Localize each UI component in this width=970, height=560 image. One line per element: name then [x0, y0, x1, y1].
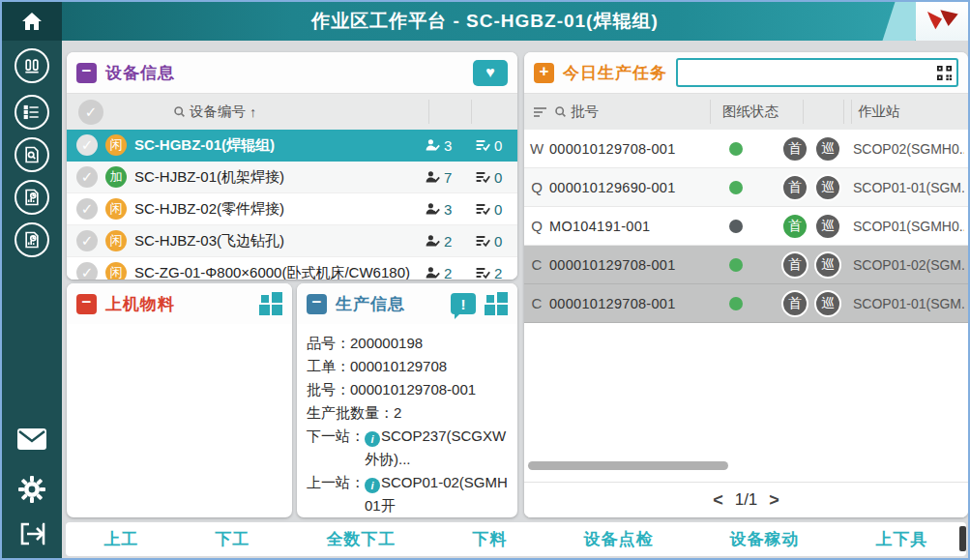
- info-icon[interactable]: [365, 478, 380, 493]
- toolbar-button-end-work[interactable]: 下工: [216, 528, 250, 550]
- equipment-row[interactable]: 闲 SC-HGBZ-01(焊辊组) 3 0: [67, 130, 517, 162]
- qr-scan-icon[interactable]: [936, 65, 953, 81]
- task-type: W: [524, 140, 549, 157]
- equipment-code-column[interactable]: 设备编号↑: [173, 103, 256, 121]
- first-inspect-badge[interactable]: 首: [781, 290, 808, 317]
- equipment-name: SC-HGBZ-01(焊辊组): [134, 136, 417, 155]
- report-icon-2[interactable]: [15, 222, 49, 257]
- toolbar-button-equipment-utilization[interactable]: 设备稼动: [730, 528, 800, 550]
- field-item: 生产批数量： 2: [307, 401, 508, 425]
- page-title: 作业区工作平台 - SC-HGBZ-01(焊辊组): [2, 2, 968, 41]
- toolbar-button-unload[interactable]: 下料: [473, 528, 508, 550]
- people-count: 3: [444, 201, 457, 218]
- task-row[interactable]: Q 000010129690-001 首 巡 SCOP01-01(SGM...: [524, 168, 968, 207]
- toolbar-button-all-end-work[interactable]: 全数下工: [327, 528, 397, 550]
- doc-search-icon[interactable]: [15, 137, 49, 172]
- prev-page-button[interactable]: <: [713, 490, 723, 511]
- collapse-icon[interactable]: [307, 294, 327, 314]
- row-check-icon[interactable]: [76, 230, 98, 251]
- home-icon: [20, 10, 44, 33]
- equipment-row[interactable]: 闲 SC-HJBZ-03(飞边钻孔) 2 0: [67, 225, 517, 257]
- company-logo: [916, 2, 968, 41]
- equipment-row[interactable]: 加 SC-HJBZ-01(机架焊接) 7 0: [67, 162, 517, 193]
- drawing-status-dot: [729, 297, 743, 310]
- row-check-icon[interactable]: [76, 166, 98, 188]
- first-inspect-badge[interactable]: 首: [781, 251, 808, 279]
- equipment-name: SC-HJBZ-03(飞边钻孔): [134, 232, 417, 251]
- toolbar-button-equipment-check[interactable]: 设备点检: [584, 528, 654, 550]
- task-type: C: [524, 295, 549, 311]
- home-button[interactable]: [2, 2, 62, 41]
- next-page-button[interactable]: >: [769, 490, 779, 511]
- patrol-inspect-badge[interactable]: 巡: [814, 213, 841, 240]
- patrol-inspect-badge[interactable]: 巡: [814, 290, 841, 317]
- field-item: 上一站： SCOP01-02(SGMH01开: [307, 471, 508, 517]
- row-check-icon[interactable]: [76, 134, 98, 156]
- patrol-inspect-badge[interactable]: 巡: [814, 135, 841, 162]
- field-label: 工单：: [307, 355, 350, 378]
- logout-icon[interactable]: [17, 519, 46, 548]
- patrol-inspect-badge[interactable]: 巡: [814, 174, 841, 201]
- grid-view-icon[interactable]: [259, 292, 282, 315]
- field-label: 批号：: [307, 378, 350, 401]
- search-icon: [554, 105, 567, 118]
- row-check-icon[interactable]: [76, 262, 98, 280]
- expand-icon[interactable]: [534, 63, 554, 83]
- favorite-button[interactable]: [473, 60, 508, 86]
- collapse-icon[interactable]: [76, 294, 97, 314]
- toolbar-edge-handle[interactable]: [959, 526, 966, 551]
- gear-icon[interactable]: [16, 474, 47, 505]
- task-row[interactable]: C 000010129708-001 首 巡 SCOP01-02(SGM...: [524, 246, 968, 284]
- task-count: 0: [494, 233, 508, 250]
- drawing-status-dot: [729, 220, 743, 233]
- task-type: C: [524, 256, 549, 273]
- mail-icon[interactable]: [16, 427, 47, 451]
- task-station: SCOP01(SGMH0...: [853, 219, 964, 234]
- machines-icon[interactable]: [15, 48, 49, 83]
- task-row[interactable]: Q MO104191-001 首 巡 SCOP01(SGMH0...: [524, 207, 968, 246]
- main-content: 设备信息 设备编号↑ 闲 SC-HGBZ-01(焊辊组): [62, 41, 968, 558]
- field-label: 上一站：: [307, 471, 365, 517]
- collapse-icon[interactable]: [76, 63, 97, 83]
- search-icon: [173, 105, 186, 118]
- task-type: Q: [524, 179, 549, 195]
- batch-column[interactable]: 批号: [554, 103, 599, 121]
- task-search-box[interactable]: [676, 58, 958, 87]
- toolbar-button-start-work[interactable]: 上工: [104, 528, 139, 550]
- grid-view-icon[interactable]: [485, 292, 508, 315]
- list-check-icon: [475, 170, 490, 184]
- person-check-icon: [425, 266, 440, 280]
- task-type: Q: [524, 218, 549, 234]
- materials-panel-title: 上机物料: [105, 293, 175, 315]
- info-icon[interactable]: [365, 431, 380, 447]
- task-batch: 000010129708-001: [549, 296, 716, 311]
- field-value: 2: [394, 401, 508, 425]
- row-check-icon[interactable]: [76, 198, 98, 220]
- checklist-icon[interactable]: [15, 95, 49, 130]
- top-bar: 作业区工作平台 - SC-HGBZ-01(焊辊组): [2, 2, 968, 41]
- field-label: 品号：: [307, 332, 350, 355]
- first-inspect-badge[interactable]: 首: [781, 135, 808, 162]
- field-label: 生产批数量：: [307, 401, 394, 425]
- task-station: SCOP01-02(SGM...: [853, 257, 964, 273]
- toolbar-button-tooling[interactable]: 上下具: [876, 528, 928, 550]
- filter-sort-icon[interactable]: [534, 107, 546, 117]
- equipment-row[interactable]: 闲 SC-ZG-01-Φ800×6000(卧式机床/CW6180) 2 2: [67, 257, 517, 280]
- task-row[interactable]: W 000010129708-001 首 巡 SCOP02(SGMH0...: [524, 130, 968, 168]
- first-inspect-badge[interactable]: 首: [781, 213, 808, 240]
- status-badge: 闲: [105, 134, 127, 156]
- field-value: 000010129708-001: [350, 378, 508, 401]
- person-check-icon: [425, 234, 440, 248]
- first-inspect-badge[interactable]: 首: [781, 174, 808, 201]
- status-badge: 闲: [105, 262, 127, 280]
- production-panel: 生产信息 品号： 200000198 工单： 000010129708 批号： …: [297, 283, 517, 517]
- select-all-check-icon[interactable]: [78, 100, 103, 125]
- task-search-input[interactable]: [682, 65, 936, 80]
- patrol-inspect-badge[interactable]: 巡: [814, 251, 841, 279]
- drawing-status-dot: [729, 181, 743, 194]
- task-row[interactable]: C 000010129708-001 首 巡 SCOP01-01(SGM...: [524, 284, 968, 323]
- equipment-row[interactable]: 闲 SC-HJBZ-02(零件焊接) 3 0: [67, 193, 517, 225]
- horizontal-scrollbar[interactable]: [528, 461, 728, 470]
- report-icon[interactable]: [15, 180, 49, 215]
- message-alert-icon[interactable]: [451, 293, 476, 314]
